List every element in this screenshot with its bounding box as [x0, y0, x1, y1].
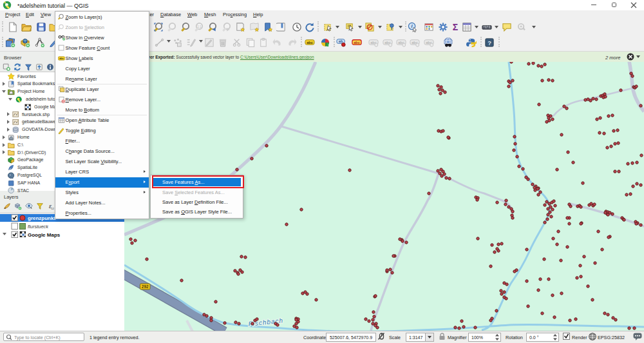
- svg-text:12: 12: [51, 207, 54, 210]
- svg-text:abc: abc: [354, 40, 360, 44]
- svg-text:abc: abc: [59, 57, 64, 60]
- svg-text:?: ?: [488, 39, 491, 46]
- svg-text:1:1: 1:1: [197, 24, 202, 28]
- svg-text:Σ: Σ: [453, 22, 459, 32]
- svg-text:abc: abc: [307, 40, 313, 44]
- svg-text:292: 292: [142, 284, 149, 289]
